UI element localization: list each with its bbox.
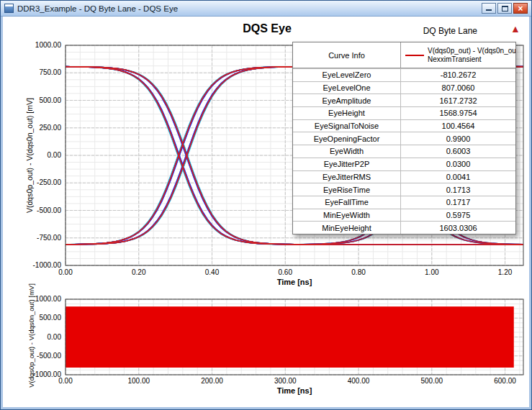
top-y-axis-title: V(dqs0p_out) - V(dqs0n_out) [mV] [25,45,34,265]
probe-marker-icon: ▲ [510,23,520,35]
trace-sublabel: NexximTransient [428,55,515,64]
metric-value: 100.4564 [401,120,515,132]
curve-info-row: MinEyeHeight1603.0306 [293,221,515,234]
app-window: DQS Eye DQ Byte Lane ▲ V(dqs0p_out) - V(… [0,0,532,410]
curve-info-row: EyeLevelZero-810.2672 [293,68,515,81]
curve-info-row: EyeFallTime0.1717 [293,196,515,209]
curve-info-rows: EyeLevelZero-810.2672EyeLevelOne807.0060… [293,68,515,234]
curve-info-row: EyeSignalToNoise100.4564 [293,119,515,132]
metric-value: 1568.9754 [401,107,515,119]
metric-value: 0.1713 [401,183,515,196]
trace-legend: V(dqs0p_out) - V(dqs0n_out) NexximTransi… [401,42,515,68]
metric-name: EyeSignalToNoise [293,120,401,132]
metric-value: 0.1717 [401,196,515,209]
titlebar[interactable]: DDR3_Example - DQ Byte Lane - DQS Eye × [1,1,531,17]
metric-name: EyeJitterRMS [293,171,401,183]
close-icon: × [518,4,523,13]
minimize-icon [486,9,492,11]
window-title: DDR3_Example - DQ Byte Lane - DQS Eye [17,4,482,13]
transient-plot [66,299,523,375]
curve-info-row: EyeRiseTime0.1713 [293,183,515,196]
metric-name: EyeFallTime [293,196,401,209]
curve-info-header-row: Curve Info V(dqs0p_out) - V(dqs0n_out) N… [293,42,515,68]
metric-name: EyeLevelOne [293,82,401,94]
top-x-axis-title: Time [ns] [66,278,523,286]
maximize-icon [502,6,508,12]
metric-value: 0.5975 [401,209,515,222]
curve-info-row: EyeJitterP2P0.0300 [293,158,515,170]
metric-name: EyeWidth [293,145,401,158]
metric-name: EyeRiseTime [293,183,401,196]
curve-info-row: EyeLevelOne807.0060 [293,81,515,94]
context-label: DQ Byte Lane [389,26,477,36]
curve-info-table[interactable]: Curve Info V(dqs0p_out) - V(dqs0n_out) N… [292,42,516,234]
trace-legend-line-icon [405,55,424,56]
metric-name: EyeHeight [293,107,401,119]
metric-name: EyeLevelZero [293,69,401,81]
metric-value: 0.0300 [401,158,515,170]
curve-info-row: MinEyeWidth0.5975 [293,209,515,222]
metric-name: EyeJitterP2P [293,158,401,170]
curve-info-header: Curve Info [293,42,401,68]
metric-value: -810.2672 [401,69,515,81]
metric-value: 0.6003 [401,145,515,158]
minimize-button[interactable] [482,3,496,14]
bottom-y-axis-title: V(dqs0p_out) - V(dqs0n_out) [mV] [27,273,35,399]
metric-value: 1603.0306 [401,222,515,234]
metric-name: MinEyeHeight [293,222,401,234]
curve-info-row: EyeOpeningFactor0.9900 [293,132,515,145]
metric-name: MinEyeWidth [293,209,401,222]
metric-value: 807.0060 [401,82,515,94]
metric-name: EyeOpeningFactor [293,132,401,145]
metric-name: EyeAmplitude [293,94,401,106]
metric-value: 0.9900 [401,132,515,145]
curve-info-row: EyeAmplitude1617.2732 [293,94,515,106]
window-icon [4,4,14,13]
curve-info-row: EyeWidth0.6003 [293,145,515,158]
metric-value: 1617.2732 [401,94,515,106]
metric-value: 0.0041 [401,171,515,183]
curve-info-row: EyeJitterRMS0.0041 [293,170,515,183]
maximize-button[interactable] [497,3,512,14]
bottom-x-axis-title: Time [ns] [66,386,523,395]
close-button[interactable]: × [513,3,528,14]
curve-info-row: EyeHeight1568.9754 [293,106,515,119]
trace-label: V(dqs0p_out) - V(dqs0n_out) [428,47,515,55]
